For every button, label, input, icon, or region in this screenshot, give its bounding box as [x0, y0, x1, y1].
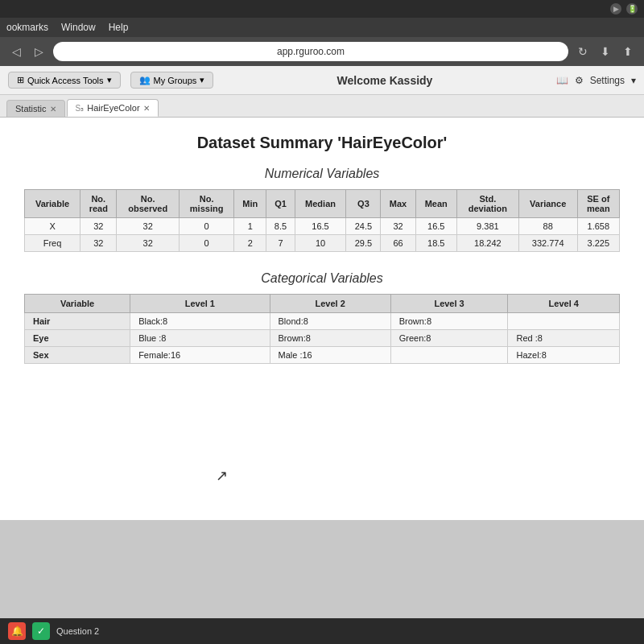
grid-icon: ⊞	[17, 75, 24, 85]
cat-col-level4: Level 4	[508, 295, 620, 313]
dropdown-arrow-icon2: ▾	[200, 75, 204, 85]
page-title: Dataset Summary 'HairEyeColor'	[24, 134, 620, 152]
bottom-bar: 🔔 ✓ Question 2	[0, 618, 644, 644]
categorical-section: Categorical Variables Variable Level 1 L…	[24, 271, 620, 364]
categorical-section-title: Categorical Variables	[24, 271, 620, 286]
notification-icon: 🔔	[8, 622, 26, 640]
col-variable: Variable	[25, 190, 80, 218]
col-no-observed: No.observed	[117, 190, 180, 218]
col-no-read: No.read	[80, 190, 117, 218]
col-q1: Q1	[266, 190, 295, 218]
forward-icon[interactable]: ▷	[31, 45, 47, 58]
toolbar-right: 📖 ⚙ Settings ▾	[556, 75, 636, 86]
back-icon[interactable]: ◁	[8, 45, 24, 58]
tab-haireyecolor-close[interactable]: ✕	[143, 104, 150, 113]
table-row: SexFemale:16Male :16Hazel:8	[25, 347, 620, 364]
numerical-section: Numerical Variables Variable No.read No.…	[24, 167, 620, 252]
col-max: Max	[381, 190, 415, 218]
tab-statistic[interactable]: Statistic ✕	[6, 100, 65, 117]
tab-haireyecolor[interactable]: S₃ HairEyeColor ✕	[67, 99, 159, 117]
col-min: Min	[234, 190, 266, 218]
tab-icon: S₃	[76, 104, 85, 113]
cat-col-level3: Level 3	[390, 295, 508, 313]
question-label: Question 2	[56, 626, 99, 636]
menu-bar: ookmarks Window Help	[0, 18, 644, 37]
play-icon: ▶	[610, 3, 621, 14]
welcome-text: Welcome Kassidy	[223, 74, 546, 87]
menu-window[interactable]: Window	[61, 22, 96, 33]
refresh-icon[interactable]: ↻	[575, 45, 591, 58]
numerical-section-title: Numerical Variables	[24, 167, 620, 181]
battery-icon: 🔋	[626, 3, 638, 14]
col-no-missing: No.missing	[179, 190, 233, 218]
settings-icon[interactable]: ⚙	[575, 75, 584, 86]
categorical-table: Variable Level 1 Level 2 Level 3 Level 4…	[24, 294, 620, 364]
col-mean: Mean	[415, 190, 456, 218]
people-icon: 👥	[139, 75, 151, 85]
col-median: Median	[295, 190, 346, 218]
settings-arrow-icon: ▾	[631, 75, 636, 86]
address-field[interactable]: app.rguroo.com	[53, 42, 568, 61]
address-bar: ◁ ▷ app.rguroo.com ↻ ⬇ ⬆	[0, 37, 644, 66]
download-icon[interactable]: ⬇	[597, 45, 613, 58]
numerical-table: Variable No.read No.observed No.missing …	[24, 189, 620, 252]
browser-chrome: ▶ 🔋	[0, 0, 644, 18]
quick-access-btn[interactable]: ⊞ Quick Access Tools ▾	[8, 72, 121, 89]
book-icon: 📖	[556, 75, 568, 86]
col-se-mean: SE ofmean	[577, 190, 619, 218]
check-icon: ✓	[32, 622, 50, 640]
table-row: EyeBlue :8Brown:8Green:8Red :8	[25, 330, 620, 347]
dropdown-arrow-icon: ▾	[107, 75, 112, 85]
tabs-bar: Statistic ✕ S₃ HairEyeColor ✕	[0, 95, 644, 118]
col-variance: Variance	[518, 190, 577, 218]
tab-statistic-label: Statistic	[15, 104, 47, 114]
cat-col-level1: Level 1	[130, 295, 270, 313]
col-std-dev: Std.deviation	[457, 190, 519, 218]
tab-statistic-close[interactable]: ✕	[50, 105, 56, 114]
main-content: Dataset Summary 'HairEyeColor' Numerical…	[0, 118, 644, 520]
cat-col-variable: Variable	[25, 295, 130, 313]
share-icon[interactable]: ⬆	[620, 45, 636, 58]
col-q3: Q3	[346, 190, 381, 218]
my-groups-btn[interactable]: 👥 My Groups ▾	[130, 72, 214, 89]
cat-col-level2: Level 2	[270, 295, 390, 313]
table-row: HairBlack:8Blond:8Brown:8	[25, 313, 620, 330]
table-row: Freq32320271029.56618.518.242332.7743.22…	[25, 235, 620, 252]
table-row: X3232018.516.524.53216.59.381881.658	[25, 218, 620, 235]
toolbar: ⊞ Quick Access Tools ▾ 👥 My Groups ▾ Wel…	[0, 66, 644, 95]
menu-help[interactable]: Help	[109, 22, 129, 33]
tab-haireyecolor-label: HairEyeColor	[87, 103, 139, 113]
menu-bookmarks[interactable]: ookmarks	[6, 22, 48, 33]
